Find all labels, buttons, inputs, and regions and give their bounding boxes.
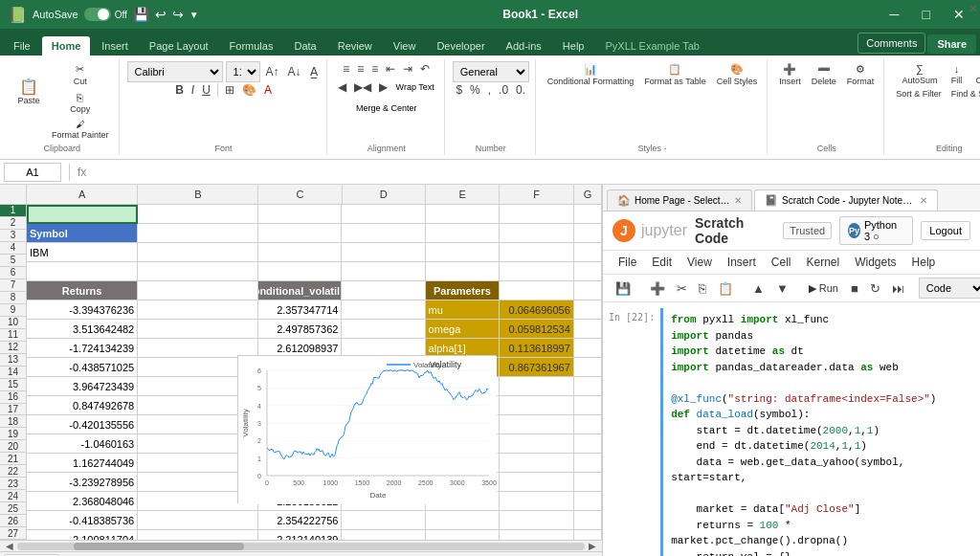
cell-b2[interactable]: [138, 224, 258, 243]
cell-a15[interactable]: -3.239278956: [27, 473, 138, 492]
row-num-24[interactable]: 24: [0, 490, 26, 502]
row-num-6[interactable]: 6: [0, 267, 26, 279]
row-num-13[interactable]: 13: [0, 354, 26, 367]
cell-g3[interactable]: [574, 243, 602, 262]
cell-g16[interactable]: [574, 492, 602, 511]
row-num-19[interactable]: 19: [0, 428, 26, 440]
cell-g10[interactable]: [574, 377, 602, 396]
cell-a17[interactable]: -0.418385736: [27, 511, 138, 530]
row-num-1[interactable]: 1: [0, 205, 26, 217]
cell-c17[interactable]: 2.354222756: [258, 511, 342, 530]
jupyter-tab-home[interactable]: 🏠 Home Page - Select or create a noteboo…: [607, 189, 752, 211]
cell-g5[interactable]: [574, 281, 602, 300]
restore-button[interactable]: □: [915, 3, 938, 26]
cell-a4[interactable]: [27, 262, 138, 281]
row-num-15[interactable]: 15: [0, 379, 26, 391]
row-num-12[interactable]: 12: [0, 342, 26, 354]
cell-c2[interactable]: [258, 224, 342, 243]
row-num-18[interactable]: 18: [0, 415, 26, 428]
cell-a8[interactable]: -1.724134239: [27, 339, 138, 358]
cell-f13[interactable]: [500, 434, 574, 454]
logout-button[interactable]: Logout: [921, 221, 970, 240]
cell-b1[interactable]: [138, 205, 258, 224]
row-num-22[interactable]: 22: [0, 465, 26, 478]
currency-button[interactable]: $: [453, 82, 465, 98]
cell-b17[interactable]: [138, 511, 258, 530]
cell-e18[interactable]: [426, 530, 501, 540]
merge-center-button[interactable]: Merge & Center: [352, 98, 421, 119]
paste-button[interactable]: 📋 Paste: [11, 78, 46, 125]
cell-f7[interactable]: 0.059812534: [500, 320, 574, 339]
cell-g7[interactable]: [574, 320, 602, 339]
cell-d5[interactable]: [342, 281, 425, 300]
cell-a1[interactable]: [27, 205, 138, 224]
cell-a11[interactable]: 0.847492678: [27, 396, 138, 415]
indent-increase-button[interactable]: ⇥: [400, 61, 415, 77]
row-num-16[interactable]: 16: [0, 391, 26, 404]
horizontal-scrollbar[interactable]: ◀ ▶: [0, 540, 602, 551]
col-header-c[interactable]: C: [258, 185, 342, 204]
row-num-11[interactable]: 11: [0, 329, 26, 342]
jupyter-home-tab-close[interactable]: ✕: [734, 195, 742, 206]
jupyter-menu-file[interactable]: File: [611, 253, 644, 272]
tab-formulas[interactable]: Formulas: [220, 36, 283, 56]
cell-d6[interactable]: [342, 300, 425, 320]
row-num-26[interactable]: 26: [0, 515, 26, 527]
col-header-g[interactable]: G: [574, 185, 602, 204]
fill-button[interactable]: ↓ Fill: [944, 61, 970, 87]
cell-b4[interactable]: [138, 262, 258, 281]
decimal-decrease-button[interactable]: 0.: [513, 82, 528, 98]
row-num-7[interactable]: 7: [0, 279, 26, 292]
move-up-button[interactable]: ▲: [747, 279, 769, 298]
font-name-select[interactable]: Calibri: [127, 61, 223, 82]
tab-developer[interactable]: Developer: [427, 36, 494, 56]
cell-g15[interactable]: [574, 473, 602, 492]
row-num-27[interactable]: 27: [0, 527, 26, 540]
tab-view[interactable]: View: [384, 36, 426, 56]
row-num-21[interactable]: 21: [0, 453, 26, 465]
formula-input[interactable]: [90, 165, 976, 180]
percent-button[interactable]: %: [467, 82, 483, 98]
cell-g14[interactable]: [574, 454, 602, 473]
cell-e7[interactable]: omega: [426, 320, 501, 339]
cell-a14[interactable]: 1.162744049: [27, 454, 138, 473]
jupyter-menu-widgets[interactable]: Widgets: [847, 253, 903, 272]
cell-e5[interactable]: Parameters: [426, 281, 501, 300]
cut-cell-button[interactable]: ✂: [672, 279, 692, 298]
jupyter-menu-view[interactable]: View: [679, 253, 720, 272]
cell-a16[interactable]: 2.368048046: [27, 492, 138, 511]
cell-b6[interactable]: [138, 300, 258, 320]
scroll-thumb[interactable]: [74, 543, 244, 550]
format-cells-button[interactable]: ⚙ Format: [843, 61, 879, 88]
row-num-23[interactable]: 23: [0, 478, 26, 490]
autosum-button[interactable]: ∑ AutoSum: [898, 61, 941, 87]
cell-g12[interactable]: [574, 415, 602, 434]
col-header-f[interactable]: F: [500, 185, 574, 204]
interrupt-button[interactable]: ■: [846, 279, 863, 298]
cell-g6[interactable]: [574, 300, 602, 320]
jupyter-menu-insert[interactable]: Insert: [720, 253, 764, 272]
align-top-right-button[interactable]: ≡: [368, 61, 381, 77]
cell-f4[interactable]: [500, 262, 574, 281]
cell-b18[interactable]: [138, 530, 258, 540]
cell-a6[interactable]: -3.394376236: [27, 300, 138, 320]
add-cell-button[interactable]: ➕: [645, 279, 670, 298]
cell-d3[interactable]: [342, 243, 425, 262]
cut-button[interactable]: ✂ Cut: [48, 61, 113, 88]
row-num-5[interactable]: 5: [0, 255, 26, 267]
redo-icon[interactable]: ↪: [172, 7, 184, 22]
decrease-font-button[interactable]: A↓: [285, 64, 304, 79]
tab-review[interactable]: Review: [328, 36, 382, 56]
cell-e4[interactable]: [426, 262, 501, 281]
cell-f12[interactable]: [500, 415, 574, 434]
cell-a7[interactable]: 3.513642482: [27, 320, 138, 339]
cell-c7[interactable]: 2.497857362: [258, 320, 342, 339]
row-num-17[interactable]: 17: [0, 404, 26, 416]
cell-g4[interactable]: [574, 262, 602, 281]
run-cell-button[interactable]: ▶ Run: [803, 280, 844, 297]
cell-reference-input[interactable]: [4, 163, 61, 182]
cell-a10[interactable]: 3.964723439: [27, 377, 138, 396]
copy-cell-button[interactable]: ⎘: [694, 279, 711, 298]
increase-font-button[interactable]: A↑: [263, 64, 282, 79]
cell-f9[interactable]: 0.867361967: [500, 358, 574, 377]
